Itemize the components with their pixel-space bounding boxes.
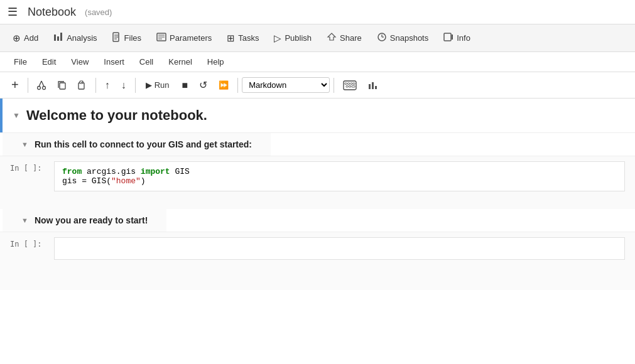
svg-line-19 [41, 81, 44, 87]
divider-1 [28, 78, 28, 93]
svg-rect-25 [348, 83, 350, 85]
move-up-button[interactable]: ↑ [100, 77, 115, 94]
run-icon: ▶ [146, 80, 152, 90]
add-cell-button[interactable]: + [6, 75, 24, 95]
nav-parameters[interactable]: Parameters [150, 29, 218, 47]
menu-file[interactable]: File [8, 55, 33, 69]
subheading1-text: Run this cell to connect to your GIS and… [35, 139, 252, 149]
menu-edit[interactable]: Edit [36, 55, 62, 69]
files-icon [112, 32, 121, 44]
menu-cell[interactable]: Cell [133, 55, 160, 69]
code-cell-1: In [ ]: from arcgis.gis import GIS gis =… [0, 159, 635, 194]
add-circle-icon: ⊕ [13, 33, 21, 44]
svg-rect-27 [346, 85, 348, 87]
svg-rect-1 [57, 36, 59, 41]
heading-cell: ▼ Welcome to your notebook. [3, 99, 217, 132]
code-text-4: ) [141, 176, 146, 186]
keyboard-shortcuts-button[interactable] [338, 78, 362, 93]
nav-info-label: Info [457, 33, 470, 43]
string-home: "home" [111, 176, 141, 186]
code-line-1: from arcgis.gis import GIS [62, 167, 617, 176]
fast-forward-button[interactable]: ⏩ [214, 78, 234, 92]
menu-bar: File Edit View Insert Cell Kernel Help [0, 52, 635, 72]
subheading1-container: ▼ Run this cell to connect to your GIS a… [0, 133, 635, 156]
move-down-button[interactable]: ↓ [116, 77, 131, 94]
code-cell-1-label: In [ ]: [10, 161, 54, 173]
svg-rect-29 [353, 83, 355, 85]
nav-files-label: Files [124, 33, 141, 43]
run-label: Run [155, 80, 170, 90]
run-button[interactable]: ▶ Run [139, 78, 176, 92]
code-text-1: arcgis.gis [87, 167, 141, 176]
nav-analysis-label: Analysis [67, 33, 97, 43]
nav-info[interactable]: Info [437, 28, 477, 48]
copy-button[interactable] [52, 78, 72, 93]
notebook-heading: Welcome to your notebook. [26, 107, 207, 124]
paste-button[interactable] [73, 78, 92, 93]
chart-button[interactable] [363, 78, 384, 93]
nav-add[interactable]: ⊕ Add [6, 29, 45, 48]
subheading1-cell: ▼ Run this cell to connect to your GIS a… [3, 133, 271, 156]
cell-type-select[interactable]: Markdown Code Raw NBConvert Heading [242, 77, 330, 93]
nav-share[interactable]: Share [320, 28, 368, 48]
spacer-2 [0, 265, 635, 290]
svg-rect-30 [352, 85, 355, 87]
divider-4 [237, 78, 238, 93]
nav-parameters-label: Parameters [170, 33, 212, 43]
subheading2-cell: ▼ Now you are ready to start! [3, 209, 166, 232]
svg-rect-14 [444, 33, 451, 41]
share-icon [327, 32, 337, 44]
svg-point-16 [37, 86, 40, 89]
notebook-title: Notebook [28, 6, 76, 19]
nav-share-label: Share [340, 33, 362, 43]
keyword-import: import [141, 167, 170, 176]
svg-rect-28 [349, 85, 351, 87]
svg-rect-33 [375, 86, 377, 89]
svg-rect-32 [372, 82, 374, 89]
menu-view[interactable]: View [65, 55, 95, 69]
svg-point-17 [42, 86, 45, 89]
hamburger-menu-icon[interactable]: ☰ [8, 5, 18, 19]
collapse-heading-icon[interactable]: ▼ [13, 111, 20, 120]
nav-tasks[interactable]: ⊞ Tasks [220, 29, 265, 48]
code-line-2: gis = GIS("home") [62, 176, 617, 186]
divider-2 [95, 78, 96, 93]
info-icon [443, 32, 453, 44]
svg-rect-15 [452, 35, 453, 40]
nav-snapshots[interactable]: Snapshots [371, 28, 435, 48]
analysis-icon [53, 32, 63, 44]
notebook-content: ▼ Welcome to your notebook. ▼ Run this c… [0, 99, 635, 290]
code-cell-2-label: In [ ]: [10, 237, 54, 249]
menu-help[interactable]: Help [201, 55, 231, 69]
publish-icon: ▷ [274, 33, 281, 44]
svg-rect-24 [345, 83, 347, 85]
heading-cell-container: ▼ Welcome to your notebook. [0, 99, 635, 133]
nav-tasks-label: Tasks [238, 33, 259, 43]
nav-files[interactable]: Files [106, 28, 148, 48]
nav-analysis[interactable]: Analysis [47, 28, 103, 48]
divider-3 [135, 78, 136, 93]
nav-snapshots-label: Snapshots [390, 33, 428, 43]
spacer-1 [0, 196, 635, 209]
subheading2-text: Now you are ready to start! [35, 215, 148, 225]
stop-button[interactable]: ■ [177, 77, 193, 94]
nav-add-label: Add [24, 33, 38, 43]
code-editor-2[interactable] [54, 237, 625, 260]
menu-insert[interactable]: Insert [97, 55, 131, 69]
menu-kernel[interactable]: Kernel [162, 55, 198, 69]
code-editor-1[interactable]: from arcgis.gis import GIS gis = GIS("ho… [54, 161, 625, 191]
collapse-sub1-icon[interactable]: ▼ [21, 141, 28, 148]
restart-button[interactable]: ↺ [194, 77, 212, 94]
collapse-sub2-icon[interactable]: ▼ [21, 217, 28, 224]
snapshots-icon [377, 32, 387, 44]
code-cell-2: In [ ]: [0, 235, 635, 262]
top-bar: ☰ Notebook (saved) [0, 0, 635, 24]
toolbar-nav: ⊕ Add Analysis Files [0, 24, 635, 52]
svg-rect-26 [350, 83, 352, 85]
code-cell-2-wrapper: In [ ]: [0, 232, 635, 265]
svg-rect-23 [344, 81, 356, 90]
keyword-from: from [62, 167, 82, 176]
nav-publish[interactable]: ▷ Publish [268, 29, 318, 48]
cut-button[interactable] [32, 78, 51, 93]
svg-rect-2 [60, 33, 62, 41]
